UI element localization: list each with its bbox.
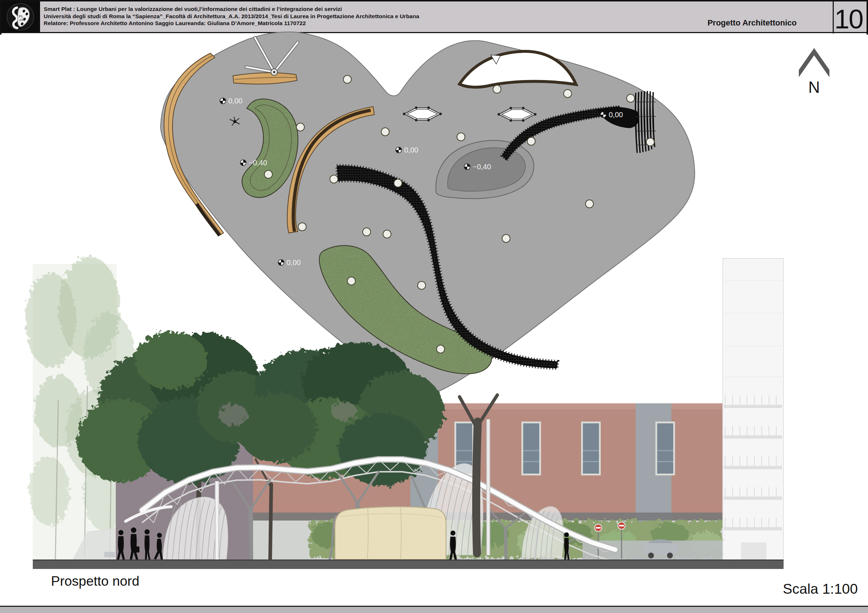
- level-marker: 0,00: [278, 259, 301, 266]
- level-marker: −0,40: [240, 159, 267, 167]
- level-marker-label: 0,00: [287, 259, 301, 266]
- level-marker-label: −0,40: [473, 163, 491, 171]
- level-marker: 0,00: [396, 146, 418, 154]
- level-marker-label: −0,40: [249, 159, 267, 167]
- column-circle: [493, 85, 501, 93]
- tent-volume: [335, 507, 446, 559]
- column-circle: [296, 123, 304, 131]
- column-circle: [502, 234, 510, 242]
- presentation-board: PL AT Smart Plat : Lounge Urbani per la …: [0, 0, 868, 613]
- column-circle: [330, 175, 338, 183]
- level-marker: −0,40: [464, 163, 491, 171]
- level-marker-label: 0,00: [609, 111, 623, 119]
- building-pale-right: [723, 259, 784, 567]
- drawing-area: 0,00−0,400,00−0,400,000,00 N: [0, 0, 868, 613]
- column-circle: [363, 228, 370, 236]
- faded-car: [104, 552, 115, 557]
- column-circle: [347, 277, 355, 285]
- level-marker: 0,00: [600, 111, 623, 119]
- column-circle: [586, 200, 594, 208]
- column-circle: [298, 223, 306, 231]
- ground-strip: [33, 559, 784, 569]
- column-circle: [527, 137, 535, 145]
- column-circle: [264, 170, 272, 178]
- column-circle: [646, 138, 654, 146]
- north-arrow: N: [799, 48, 829, 96]
- elevation-caption: Prospetto nord: [51, 574, 140, 589]
- level-marker-label: 0,00: [404, 146, 418, 154]
- column-circle: [564, 90, 572, 98]
- column-circle: [381, 128, 389, 136]
- column-circle: [626, 94, 635, 102]
- level-marker: 0,00: [220, 97, 242, 105]
- column-circle: [343, 75, 351, 84]
- level-marker-label: 0,00: [228, 97, 242, 105]
- scale-label: Scala 1:100: [783, 581, 858, 597]
- north-label: N: [808, 78, 820, 96]
- column-circle: [437, 345, 445, 353]
- column-circle: [383, 230, 391, 238]
- column-circle: [394, 179, 402, 187]
- column-circle: [418, 282, 426, 289]
- bottom-bar: [0, 606, 868, 613]
- column-circle: [457, 133, 465, 141]
- wood-bench-top: [233, 73, 297, 84]
